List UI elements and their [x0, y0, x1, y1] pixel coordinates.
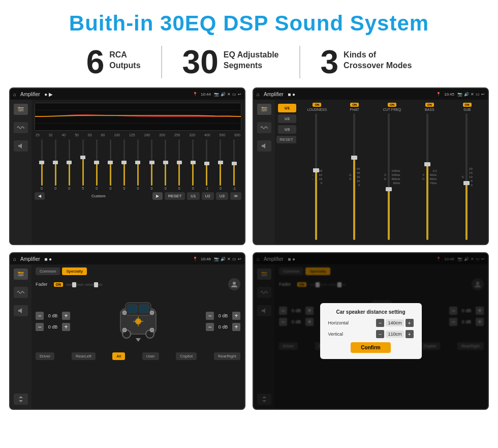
fader-tab-common[interactable]: Common — [36, 267, 60, 275]
eq-slider-7[interactable]: 0 — [132, 139, 144, 190]
fader-speaker-icon[interactable] — [14, 305, 28, 316]
camera-icon: 📷 — [214, 92, 219, 97]
eq-slider-4[interactable]: 0 — [90, 139, 103, 190]
sub-track[interactable] — [465, 113, 468, 240]
eq-status-bar: ⌂ Amplifier ● ▶ 📍 10:44 📷 🔊 ✕ ▭ ↩ — [10, 88, 244, 100]
rf-plus-btn[interactable]: + — [232, 312, 240, 320]
eq-slider-1[interactable]: 0 — [49, 139, 61, 190]
dialog-horizontal-value: 140cm — [386, 319, 403, 326]
lr-minus-btn[interactable]: − — [36, 323, 44, 331]
window-icon: ▭ — [232, 92, 236, 97]
fader-tab-specialty[interactable]: Specialty — [62, 267, 86, 275]
fader-tabs: Common Specialty — [36, 267, 240, 275]
fader-filter-icon[interactable] — [14, 268, 28, 280]
xover-u3-btn[interactable]: U3 — [278, 125, 296, 134]
eq-slider-6[interactable]: 0 — [118, 139, 130, 190]
distance-dialog: Car speaker distance setting Horizontal … — [320, 303, 422, 359]
eq-title: Amplifier ● ▶ — [18, 92, 191, 97]
eq-slider-8[interactable]: 0 — [146, 139, 158, 190]
fader-content: Common Specialty Fader ON — [10, 264, 244, 409]
fader-driver-btn[interactable]: Driver — [36, 352, 54, 360]
fader-back-icon: ↩ — [238, 257, 241, 261]
phat-label: PHAT — [350, 108, 359, 111]
fader-slider-2[interactable] — [85, 284, 103, 286]
fader-on-badge: ON — [54, 282, 64, 287]
eq-slider-2[interactable]: 0 — [63, 139, 75, 190]
xover-u2-btn[interactable]: U2 — [278, 114, 296, 123]
fader-copilot-btn[interactable]: Copilot — [176, 352, 197, 360]
freq-250: 250 — [174, 133, 180, 137]
eq-reset-btn[interactable]: RESET — [165, 192, 185, 200]
eq-u1-btn[interactable]: U1 — [187, 192, 199, 200]
dist-content: Common Specialty Fader ON — [254, 264, 488, 409]
lf-plus-btn[interactable]: + — [62, 312, 70, 320]
freq-25: 25 — [36, 133, 40, 137]
fader-wave-icon[interactable] — [14, 287, 28, 298]
freq-320: 320 — [189, 133, 195, 137]
xover-speaker-icon[interactable] — [257, 140, 271, 152]
xover-reset-btn[interactable]: RESET — [276, 136, 296, 143]
eq-u2-btn[interactable]: U2 — [202, 192, 214, 200]
eq-wave-icon[interactable] — [14, 122, 28, 133]
fader-profile-icon[interactable] — [228, 278, 240, 290]
loudness-right-vals: 48 32 16 0 — [319, 112, 322, 241]
freq-500: 500 — [220, 133, 226, 137]
svg-rect-13 — [261, 109, 267, 110]
eq-prev-btn[interactable]: ◀ — [35, 192, 45, 200]
fader-arrows-icon[interactable] — [14, 394, 28, 405]
stat-eq-label: EQ AdjustableSegments — [224, 46, 279, 71]
dialog-vertical-label: Vertical — [328, 332, 344, 337]
fader-rearleft-btn[interactable]: RearLeft — [72, 352, 96, 360]
eq-slider-3[interactable]: 5 — [77, 139, 89, 190]
eq-main-area: 25 32 40 50 63 80 100 125 160 200 250 32… — [32, 100, 244, 244]
fader-all-btn[interactable]: All — [112, 352, 125, 360]
eq-graph — [35, 103, 241, 131]
eq-slider-5[interactable]: 0 — [104, 139, 116, 190]
lf-val: 0 dB — [46, 313, 60, 318]
eq-filter-icon[interactable] — [14, 104, 28, 115]
eq-u3-btn[interactable]: U3 — [216, 192, 228, 200]
dialog-vertical-minus[interactable]: − — [376, 330, 384, 338]
eq-slider-10[interactable]: 0 — [173, 139, 185, 190]
eq-speaker-icon[interactable] — [14, 140, 28, 152]
eq-screen: ⌂ Amplifier ● ▶ 📍 10:44 📷 🔊 ✕ ▭ ↩ — [9, 87, 245, 245]
eq-slider-11[interactable]: 0 — [187, 139, 199, 190]
rr-plus-btn[interactable]: + — [232, 323, 240, 331]
phat-track[interactable] — [353, 113, 355, 240]
cutfreq-left-vals: F G — [384, 112, 386, 241]
xover-volume-icon: 🔊 — [464, 92, 469, 97]
lf-minus-btn[interactable]: − — [36, 312, 44, 320]
fader-location-icon: 📍 — [193, 257, 198, 261]
fader-slider-1[interactable] — [66, 284, 84, 286]
fader-bottom-btns: Driver RearLeft All User Copilot RearRig… — [36, 352, 240, 360]
eq-expand-btn[interactable]: ≫ — [230, 192, 241, 200]
eq-slider-9[interactable]: 0 — [160, 139, 172, 190]
sub-label: SUB — [463, 108, 471, 111]
lr-plus-btn[interactable]: + — [62, 323, 70, 331]
xover-u1-btn[interactable]: U1 — [278, 104, 296, 112]
bass-label: BASS — [425, 108, 434, 111]
cutfreq-right-vals: 140Hz 100Hz 80kHz 60Hz — [391, 112, 400, 241]
dialog-vertical-plus[interactable]: + — [406, 330, 414, 338]
xover-filter-icon[interactable] — [257, 104, 271, 115]
fader-rearright-btn[interactable]: RearRight — [214, 352, 240, 360]
rr-minus-btn[interactable]: − — [206, 323, 214, 331]
bass-track[interactable] — [426, 113, 428, 240]
dialog-horizontal-minus[interactable]: − — [376, 319, 384, 327]
freq-400: 400 — [204, 133, 210, 137]
eq-slider-12[interactable]: -1 — [201, 139, 213, 190]
eq-slider-13[interactable]: 0 — [214, 139, 227, 190]
dialog-confirm-btn[interactable]: Confirm — [351, 342, 390, 353]
bass-on-badge: ON — [425, 103, 434, 107]
eq-slider-14[interactable]: -1 — [228, 139, 240, 190]
eq-slider-0[interactable]: 0 — [36, 139, 48, 190]
eq-play-btn[interactable]: ▶ — [152, 192, 163, 200]
cutfreq-track[interactable] — [388, 113, 390, 240]
fader-close-icon: ✕ — [227, 257, 231, 261]
fader-user-btn[interactable]: User — [142, 352, 159, 360]
freq-80: 80 — [101, 133, 105, 137]
rf-minus-btn[interactable]: − — [206, 312, 214, 320]
xover-wave-icon[interactable] — [257, 122, 271, 133]
loudness-track[interactable] — [315, 113, 317, 240]
dialog-horizontal-plus[interactable]: + — [406, 319, 414, 327]
